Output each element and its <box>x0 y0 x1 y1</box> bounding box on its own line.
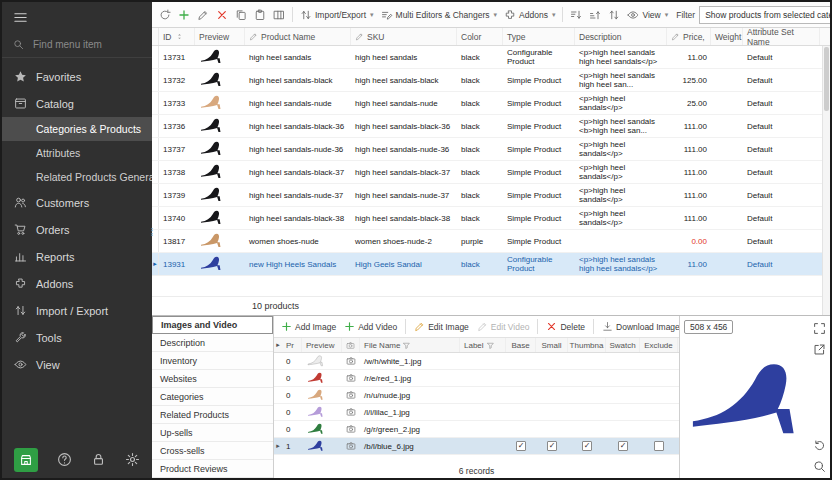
swap-button[interactable] <box>605 5 623 24</box>
checkbox-swatch[interactable]: ✓ <box>618 441 628 451</box>
sidebar-item-reports[interactable]: Reports <box>2 243 152 270</box>
image-row[interactable]: 0/n/u/nude.jpg <box>274 387 679 404</box>
sidebar-item-import-export[interactable]: Import / Export <box>2 297 152 324</box>
sidebar-item-addons[interactable]: Addons <box>2 270 152 297</box>
column-header-exclude[interactable]: Exclude <box>640 338 678 352</box>
add-button[interactable] <box>175 5 193 24</box>
refresh-button[interactable] <box>156 5 174 24</box>
sidebar-item-tools[interactable]: Tools <box>2 324 152 351</box>
column-header-swatch[interactable]: Swatch <box>606 338 640 352</box>
edit-video-button[interactable]: Edit Video <box>474 317 533 336</box>
store-button[interactable] <box>14 448 38 472</box>
multi-editors-changers-dropdown[interactable]: Multi Editors & Changers▾ <box>378 5 501 24</box>
sort-asc-button[interactable] <box>567 5 585 24</box>
checkbox-base[interactable]: ✓ <box>516 441 526 451</box>
import-export-dropdown[interactable]: Import/Export▾ <box>297 5 377 24</box>
column-header-pr[interactable]: Pr <box>282 338 302 352</box>
column-header-thumbna[interactable]: Thumbna <box>568 338 606 352</box>
view-dropdown[interactable]: View▾ <box>624 5 671 24</box>
addons-dropdown[interactable]: Addons▾ <box>501 5 558 24</box>
table-row[interactable]: 13739high heel sandals-nude-37high heel … <box>152 184 830 207</box>
table-row[interactable]: 13737high heel sandals-nude-36high heel … <box>152 138 830 161</box>
tab-websites[interactable]: Websites <box>152 370 273 388</box>
table-row[interactable]: ▸13931new High Heels SandalsHigh Geels S… <box>152 253 830 276</box>
category-filter-select[interactable]: Show products from selected categories ▾ <box>699 6 830 24</box>
tab-inventory[interactable]: Inventory <box>152 352 273 370</box>
tab-cross-sells[interactable]: Cross-sells <box>152 442 273 460</box>
edit-button[interactable] <box>194 5 212 24</box>
columns-button[interactable] <box>270 5 288 24</box>
tab-up-sells[interactable]: Up-sells <box>152 424 273 442</box>
checkbox-thumbna[interactable]: ✓ <box>582 441 592 451</box>
column-header-product-name[interactable]: Product Name <box>245 28 351 45</box>
vertical-scrollbar[interactable] <box>822 46 830 315</box>
column-header-sku[interactable]: SKU <box>351 28 457 45</box>
column-header-description[interactable]: Description <box>575 28 667 45</box>
tab-product-reviews[interactable]: Product Reviews <box>152 460 273 478</box>
sidebar-item-favorites[interactable]: Favorites <box>2 63 152 90</box>
row-marker <box>152 69 159 91</box>
table-row[interactable]: 13817women shoes-nudewomen shoes-nude-2p… <box>152 230 830 253</box>
column-header-price[interactable]: Price, <box>667 28 711 45</box>
image-row[interactable]: 0/w/h/white_1.jpg <box>274 353 679 370</box>
table-row[interactable]: 13740high heel sandals-black-38high heel… <box>152 207 830 230</box>
scrollbar-thumb[interactable] <box>824 47 829 111</box>
sidebar-item-related-products-generator[interactable]: Related Products Generator <box>2 165 152 189</box>
table-row[interactable]: 13736high heel sandals-black-36high heel… <box>152 115 830 138</box>
add-video-button[interactable]: Add Video <box>341 317 400 336</box>
sidebar-item-orders[interactable]: Orders <box>2 216 152 243</box>
sidebar-item-catalog[interactable]: Catalog <box>2 90 152 117</box>
image-row[interactable]: ▸1/b/l/blue_6.jpg✓✓✓✓ <box>274 438 679 455</box>
sidebar-item-categories-products[interactable]: Categories & Products <box>2 117 152 141</box>
sidebar-item-attributes[interactable]: Attributes <box>2 141 152 165</box>
column-header-small[interactable]: Small <box>536 338 568 352</box>
table-row[interactable]: 13733high heel sandals-nudehigh heel san… <box>152 92 830 115</box>
column-header-type[interactable]: Type <box>503 28 575 45</box>
image-row[interactable]: 0/r/e/red_1.jpg <box>274 370 679 387</box>
sidebar-item-customers[interactable]: Customers <box>2 189 152 216</box>
column-header-color[interactable]: Color <box>457 28 503 45</box>
column-header-id[interactable]: ID <box>159 28 195 45</box>
column-header-preview[interactable]: Preview <box>195 28 245 45</box>
column-header-preview[interactable]: Preview <box>302 338 342 352</box>
fullscreen-icon[interactable] <box>811 320 827 336</box>
column-header-weight[interactable]: Weight <box>711 28 743 45</box>
tab-images-and-video[interactable]: Images and Video <box>152 316 273 334</box>
image-row[interactable]: 0/g/r/green_2.jpg <box>274 421 679 438</box>
cell-preview <box>195 161 245 183</box>
table-row[interactable]: 13738high heel sandals-black-37high heel… <box>152 161 830 184</box>
column-header-label[interactable]: Label <box>460 338 506 352</box>
sidebar-item-view[interactable]: View <box>2 351 152 378</box>
checkbox-small[interactable]: ✓ <box>547 441 557 451</box>
table-row[interactable]: 13731high heel sandalshigh heel sandalsb… <box>152 46 830 69</box>
image-row[interactable]: 0/l/i/lilac_1.jpg <box>274 404 679 421</box>
column-header-file-name[interactable]: File Name <box>360 338 460 352</box>
sort-desc-button[interactable] <box>586 5 604 24</box>
column-header-base[interactable]: Base <box>506 338 536 352</box>
tab-categories[interactable]: Categories <box>152 388 273 406</box>
zoom-icon[interactable] <box>811 458 827 474</box>
image-thumbnail <box>306 353 328 369</box>
rotate-icon[interactable] <box>811 437 827 453</box>
paste-button[interactable] <box>251 5 269 24</box>
tab-related-products[interactable]: Related Products <box>152 406 273 424</box>
checkbox-exclude[interactable] <box>654 441 664 451</box>
gear-button[interactable] <box>125 452 140 469</box>
table-row[interactable]: 13732high heel sandals-blackhigh heel sa… <box>152 69 830 92</box>
tab-description[interactable]: Description <box>152 334 273 352</box>
delete-button[interactable] <box>213 5 231 24</box>
open-external-icon[interactable] <box>811 341 827 357</box>
delete-button[interactable]: Delete <box>543 317 588 336</box>
edit-image-button[interactable]: Edit Image <box>411 317 472 336</box>
menu-search-input[interactable] <box>31 38 131 51</box>
lock-button[interactable] <box>91 452 106 469</box>
column-header-attribute-set-name[interactable]: Attribute Set Name <box>743 28 820 45</box>
column-header-camera[interactable] <box>342 338 360 352</box>
hamburger-menu-icon[interactable] <box>13 10 28 25</box>
download-image-button[interactable]: Download Image <box>599 317 679 336</box>
help-button[interactable] <box>57 452 72 469</box>
copy-button[interactable] <box>232 5 250 24</box>
add-image-button[interactable]: Add Image <box>278 317 339 336</box>
cell-preview <box>195 69 245 91</box>
sidebar-splitter[interactable]: ⁞ <box>149 230 155 236</box>
